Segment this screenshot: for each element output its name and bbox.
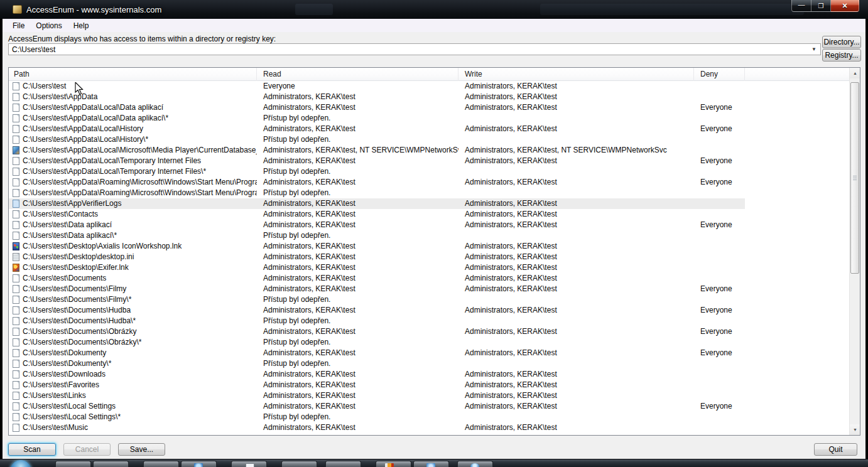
cell-path: C:\Users\test\Documents\Hudba\* [23,316,257,326]
table-row[interactable]: C:\Users\test\AppData\Roaming\Microsoft\… [9,188,745,198]
taskbar-button[interactable] [231,461,267,467]
table-row[interactable]: C:\Users\test\MusicAdministrators, KERAK… [9,422,745,433]
table-row[interactable]: C:\Users\test\FavoritesAdministrators, K… [9,380,745,390]
document-icon [13,178,19,186]
save-button[interactable]: Save... [118,443,165,456]
column-header-write[interactable]: Write [458,68,694,81]
table-row[interactable]: C:\Users\test\Data aplikací\*Přístup byl… [9,230,745,241]
table-row[interactable]: C:\Users\test\AppData\Local\HistoryAdmin… [9,124,745,134]
cancel-button[interactable]: Cancel [63,443,111,456]
path-combobox[interactable]: C:\Users\test ▼ [8,43,821,55]
cell-deny: Everyone [694,177,745,188]
scan-button[interactable]: Scan [8,443,56,456]
menu-help[interactable]: Help [68,20,95,31]
table-row[interactable]: C:\Users\test\AppData\Local\Data aplikac… [9,113,745,124]
table-row[interactable]: C:\Users\test\Dokumenty\*Přístup byl ode… [9,358,745,369]
document-icon [13,392,19,400]
table-row[interactable]: C:\Users\test\AppVerifierLogsAdministrat… [9,198,745,209]
document-icon [13,232,19,240]
table-row[interactable]: C:\Users\test\AppData\Local\Data aplikac… [9,102,745,113]
document-icon [13,93,19,101]
document-icon [13,168,19,176]
cell-path: C:\Users\test\Data aplikací\* [23,230,257,241]
table-row[interactable]: C:\Users\test\Documents\FilmyAdministrat… [9,284,745,294]
document-icon [13,328,19,336]
titlebar[interactable]: AccessEnum - www.sysinternals.com — ❐ ✕ [0,0,868,19]
cell-path: C:\Users\test\AppVerifierLogs [23,198,257,209]
table-row[interactable]: C:\Users\test\LinksAdministrators, KERAK… [9,390,745,401]
table-row[interactable]: C:\Users\test\DocumentsAdministrators, K… [9,273,745,284]
cell-write: Administrators, KERAK\test [458,198,694,209]
cell-read: Administrators, KERAK\test [257,156,458,166]
taskbar-button[interactable] [376,461,411,467]
table-row[interactable]: C:\Users\test\AppData\Local\Temporary In… [9,166,745,177]
document-icon [13,413,19,421]
table-row[interactable]: C:\Users\test\AppDataAdministrators, KER… [9,92,745,102]
table-row[interactable]: C:\Users\test\Local SettingsAdministrato… [9,401,745,412]
taskbar-button[interactable] [181,461,217,467]
table-row[interactable]: C:\Users\test\Desktop\desktop.iniAdminis… [9,252,745,262]
taskbar-button[interactable] [281,461,317,467]
column-header-read[interactable]: Read [257,68,458,81]
cell-write: Administrators, KERAK\test [458,209,694,220]
taskbar-button[interactable] [55,461,91,467]
vertical-scrollbar[interactable]: ▲ ▼ [849,68,860,435]
cell-read: Přístup byl odepřen. [257,316,458,326]
table-row[interactable]: C:\Users\test\Documents\Filmy\*Přístup b… [9,294,745,305]
registry-button[interactable]: Registry... [822,49,861,62]
scroll-up-icon[interactable]: ▲ [850,68,860,78]
scrollbar-thumb[interactable] [850,82,859,274]
cell-path: C:\Users\test\AppData\Local\Data aplikac… [23,113,257,124]
column-header-deny[interactable]: Deny [694,68,745,81]
table-row[interactable]: C:\Users\test\Documents\Obrázky\*Přístup… [9,337,745,348]
taskbar-button[interactable] [457,461,493,467]
restore-button[interactable]: ❐ [811,0,831,12]
table-row[interactable]: C:\Users\test\Desktop\Axialis IconWorksh… [9,241,745,252]
table-row[interactable]: C:\Users\test\Data aplikacíAdministrator… [9,220,745,230]
cell-write: Administrators, KERAK\test [458,241,694,252]
cell-path: C:\Users\test\AppData\Local\History [23,124,257,134]
table-row[interactable]: C:\Users\test\Documents\ObrázkyAdministr… [9,326,745,337]
table-row[interactable]: C:\Users\test\AppData\Local\Microsoft\Me… [9,145,745,156]
cell-deny: Everyone [694,305,745,316]
table-row[interactable]: C:\Users\test\Local Settings\*Přístup by… [9,412,745,422]
cell-path: C:\Users\test\Documents\Filmy [23,284,257,294]
taskbar-button[interactable] [143,461,179,467]
cell-read: Přístup byl odepřen. [257,358,458,369]
close-button[interactable]: ✕ [831,0,859,12]
cell-write: Administrators, KERAK\test [458,369,694,380]
table-row[interactable]: C:\Users\test\AppData\Local\Temporary In… [9,156,745,166]
cell-path: C:\Users\test\Music [23,422,257,433]
menu-options[interactable]: Options [30,20,67,31]
cell-read: Přístup byl odepřen. [257,134,458,145]
start-button[interactable] [10,460,31,467]
cell-write: Administrators, KERAK\test [458,422,694,433]
cell-path: C:\Users\test\AppData\Local\Data aplikac… [23,102,257,113]
taskbar-button[interactable] [325,461,361,467]
column-header-path[interactable]: Path [9,68,257,81]
cell-path: C:\Users\test\Desktop\Exifer.lnk [23,262,257,273]
table-row[interactable]: C:\Users\test\Documents\Hudba\*Přístup b… [9,316,745,326]
table-row[interactable]: C:\Users\testEveryoneAdministrators, KER… [9,81,745,92]
dropdown-arrow-icon[interactable]: ▼ [811,46,816,52]
scroll-down-icon[interactable]: ▼ [850,424,860,435]
menu-file[interactable]: File [7,20,30,31]
table-row[interactable]: C:\Users\test\AppData\Roaming\Microsoft\… [9,177,745,188]
cell-path: C:\Users\test\Documents\Filmy\* [23,294,257,305]
table-row[interactable]: C:\Users\test\DokumentyAdministrators, K… [9,348,745,358]
table-row[interactable]: C:\Users\test\Desktop\Exifer.lnkAdminist… [9,262,745,273]
cell-path: C:\Users\test\Links [23,390,257,401]
media-player-icon [13,146,19,154]
table-row[interactable]: C:\Users\test\Documents\HudbaAdministrat… [9,305,745,316]
table-row[interactable]: C:\Users\test\AppData\Local\History\*Pří… [9,134,745,145]
cell-write: Administrators, KERAK\test [458,220,694,230]
cell-read: Přístup byl odepřen. [257,113,458,124]
taskbar-button[interactable] [93,461,129,467]
minimize-button[interactable]: — [791,0,811,12]
table-row[interactable]: C:\Users\test\ContactsAdministrators, KE… [9,209,745,220]
taskbar-button[interactable] [413,461,449,467]
directory-button[interactable]: Directory... [822,36,861,48]
cell-path: C:\Users\test\Favorites [23,380,257,390]
quit-button[interactable]: Quit [814,443,857,456]
table-row[interactable]: C:\Users\test\DownloadsAdministrators, K… [9,369,745,380]
